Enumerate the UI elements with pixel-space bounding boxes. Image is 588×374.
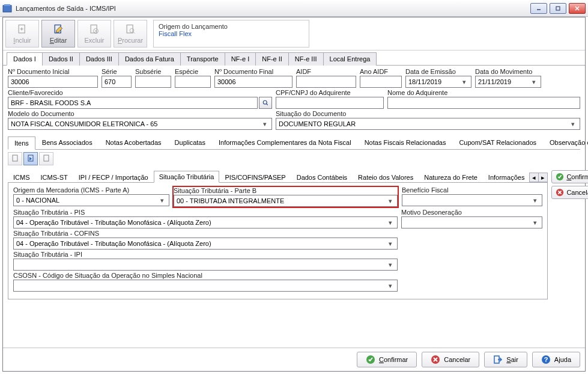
subtab-info-compl[interactable]: Informações Complementares da Nota Fisca…: [212, 136, 358, 149]
ano-aidf-label: Ano AIDF: [360, 68, 402, 75]
situacao-doc-select[interactable]: DOCUMENTO REGULAR▾: [276, 118, 580, 130]
subserie-input[interactable]: [135, 76, 171, 88]
editar-button[interactable]: Editar: [41, 20, 75, 48]
svg-rect-22: [44, 155, 49, 161]
innertab-situacao-tributaria[interactable]: Situação Tributária: [154, 171, 220, 183]
ajuda-button[interactable]: ? Ajuda: [532, 352, 580, 367]
doc-inicial-input[interactable]: [8, 76, 98, 88]
aidf-input[interactable]: [296, 76, 356, 88]
confirmar-button[interactable]: Confirmar: [357, 352, 417, 367]
cliente-input[interactable]: [8, 97, 258, 109]
parte-b-label: Situação Tributária - Parte B: [174, 187, 398, 194]
svg-rect-3: [556, 7, 560, 10]
origem-select[interactable]: 0 - NACIONAL▾: [13, 194, 169, 206]
window-titlebar: Lançamentos de Saída - ICMS/IPI: [0, 0, 588, 17]
svg-rect-0: [3, 5, 11, 12]
innertab-icms-st[interactable]: ICMS-ST: [35, 171, 73, 183]
tab-dados-iii[interactable]: Dados III: [79, 52, 119, 66]
svg-point-15: [130, 28, 134, 32]
maximize-button[interactable]: [550, 3, 566, 14]
parte-b-select[interactable]: 00 - TRIBUTADA INTEGRALMENTE▾: [174, 195, 398, 207]
serie-input[interactable]: [102, 76, 132, 88]
chevron-down-icon: ▾: [386, 282, 395, 290]
innertab-rateio[interactable]: Rateio dos Valores: [353, 171, 419, 183]
csosn-select[interactable]: ▾: [13, 280, 398, 292]
motivo-select[interactable]: ▾: [401, 216, 542, 228]
item-confirmar-button[interactable]: Confirmar: [551, 170, 588, 183]
tab-nfe-ii[interactable]: NF-e II: [255, 52, 289, 66]
chevron-down-icon: ▾: [460, 78, 468, 86]
situacao-doc-label: Situação do Documento: [276, 110, 580, 117]
cpf-cnpj-input[interactable]: [276, 97, 384, 109]
data-movimento-select[interactable]: 21/11/2019▾: [475, 76, 541, 88]
main-toolbar: Incluir Editar Excluir Procurar Origem d…: [3, 17, 585, 51]
item-toolbar: [8, 152, 580, 165]
tab-dados-ii[interactable]: Dados II: [42, 52, 80, 66]
cancelar-button[interactable]: Cancelar: [422, 352, 479, 367]
tab-dados-i[interactable]: Dados I: [7, 52, 43, 66]
minimize-button[interactable]: [530, 3, 547, 14]
chevron-down-icon: ▾: [531, 197, 539, 204]
innertab-pis-cofins[interactable]: PIS/COFINS/PASEP: [219, 171, 291, 183]
sair-button[interactable]: Sair: [484, 352, 527, 367]
tab-nfe-i[interactable]: NF-e I: [225, 52, 256, 66]
close-button[interactable]: [569, 3, 586, 14]
cpf-cnpj-label: CPF/CNPJ do Adquirente: [276, 89, 384, 96]
incluir-label: Incluir: [13, 37, 31, 44]
confirmar-label: Confirmar: [379, 356, 408, 363]
origin-label: Origem do Lançamento: [159, 23, 304, 30]
data-emissao-select[interactable]: 18/11/2019▾: [405, 76, 471, 88]
ano-aidf-input[interactable]: [360, 76, 402, 88]
tab-nfe-iii[interactable]: NF-e III: [288, 52, 324, 66]
tab-local-entrega[interactable]: Local Entrega: [323, 52, 377, 66]
innertab-ipi-fecp[interactable]: IPI / FECP / Importação: [73, 171, 154, 183]
procurar-label: Procurar: [118, 37, 143, 44]
item-last-button[interactable]: [39, 152, 53, 165]
subtab-cupom-sat[interactable]: Cupom/SAT Relacionados: [452, 136, 543, 149]
data-movimento-value: 21/11/2019: [478, 78, 511, 85]
innertab-dados-contabeis[interactable]: Dados Contábeis: [291, 171, 353, 183]
parte-b-value: 00 - TRIBUTADA INTEGRALMENTE: [177, 197, 284, 204]
main-tab-strip: Dados I Dados II Dados III Dados da Fatu…: [3, 52, 585, 66]
svg-rect-19: [13, 155, 17, 161]
excluir-button[interactable]: Excluir: [77, 20, 111, 48]
svg-rect-10: [91, 25, 97, 33]
situacao-tributaria-panel: Origem da Mercadoria (ICMS - Parte A)0 -…: [8, 183, 548, 299]
especie-input[interactable]: [175, 76, 211, 88]
chevron-down-icon: ▾: [386, 219, 395, 227]
origem-label: Origem da Mercadoria (ICMS - Parte A): [13, 186, 169, 194]
beneficio-select[interactable]: ▾: [402, 194, 542, 206]
subtab-itens[interactable]: Itens: [8, 136, 35, 150]
subtab-notas-acobertadas[interactable]: Notas Acobertadas: [99, 136, 168, 149]
data-emissao-value: 18/11/2019: [408, 78, 441, 85]
tab-scroll-right-button[interactable]: ▸: [538, 173, 548, 182]
item-cancelar-button[interactable]: Cancelar: [551, 186, 588, 199]
especie-label: Espécie: [175, 68, 211, 75]
cofins-select[interactable]: 04 - Operação Tributável - Tributação Mo…: [13, 238, 398, 250]
cliente-label: Cliente/Favorecido: [8, 89, 272, 96]
ipi-select[interactable]: ▾: [13, 259, 398, 271]
item-first-button[interactable]: [8, 152, 22, 165]
modelo-label: Modelo do Documento: [8, 110, 272, 117]
tab-dados-fatura[interactable]: Dados da Fatura: [118, 52, 181, 66]
tab-scroll-left-button[interactable]: ◂: [529, 173, 539, 182]
incluir-button[interactable]: Incluir: [5, 20, 39, 48]
subtab-observacao[interactable]: Observação d: [543, 136, 588, 149]
doc-inicial-label: Nº Documento Inicial: [8, 68, 98, 75]
tab-transporte[interactable]: Transporte: [180, 52, 225, 66]
innertab-natureza-frete[interactable]: Natureza do Frete: [419, 171, 483, 183]
cliente-lookup-button[interactable]: [259, 97, 272, 109]
chevron-down-icon: ▾: [386, 261, 395, 269]
procurar-button[interactable]: Procurar: [114, 20, 147, 48]
doc-final-input[interactable]: [214, 76, 292, 88]
nome-adq-input[interactable]: [387, 97, 580, 109]
subtab-bens[interactable]: Bens Associados: [35, 136, 99, 149]
subtab-duplicatas[interactable]: Duplicatas: [168, 136, 212, 149]
modelo-select[interactable]: NOTA FISCAL CONSUMIDOR ELETRONICA - 65▾: [8, 118, 272, 130]
pis-select[interactable]: 04 - Operação Tributável - Tributação Mo…: [13, 216, 398, 228]
sair-label: Sair: [506, 356, 518, 363]
subtab-nf-relacionadas[interactable]: Notas Fiscais Relacionadas: [358, 136, 453, 149]
innertab-informacoes[interactable]: Informações: [483, 171, 530, 183]
innertab-icms[interactable]: ICMS: [8, 171, 35, 183]
item-nav-button[interactable]: [23, 152, 38, 165]
